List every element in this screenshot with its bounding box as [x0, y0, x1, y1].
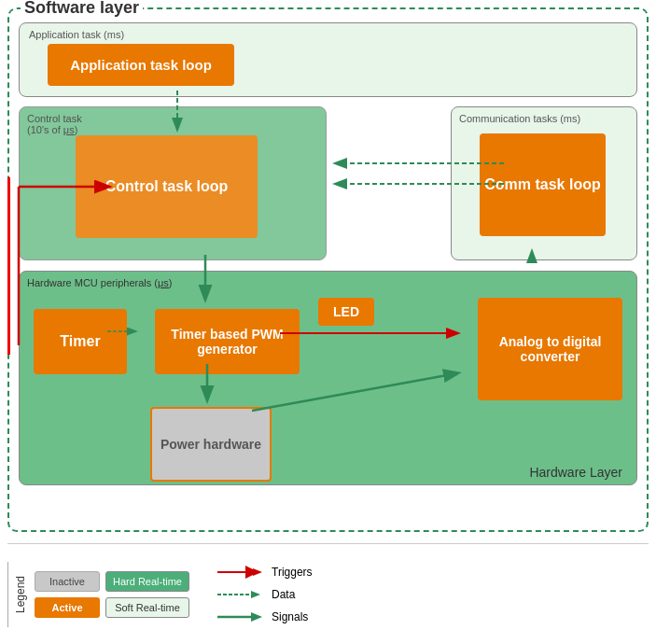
legend-active-box: Active: [35, 597, 100, 618]
control-task-sublabel: (10's of μs): [27, 124, 77, 135]
control-comm-area: Control task(10's of μs) Control task lo…: [19, 106, 637, 260]
triggers-arrow-icon: [217, 565, 264, 580]
legend-title: Legend: [7, 562, 27, 627]
control-task-label: Control task(10's of μs): [27, 113, 82, 135]
data-arrow-icon: [217, 587, 264, 602]
control-task-box: Control task(10's of μs) Control task lo…: [19, 106, 327, 260]
legend-signals-row: Signals: [217, 609, 313, 624]
red-border-left: [7, 177, 10, 355]
legend-row-inactive: Inactive Hard Real-time: [35, 571, 189, 592]
software-layer-title: Software layer: [21, 0, 143, 18]
legend-hard-realtime-box: Hard Real-time: [105, 571, 189, 592]
legend-data-row: Data: [217, 587, 313, 602]
data-label: Data: [272, 588, 295, 601]
main-container: Software layer Application task (ms) App…: [0, 0, 656, 644]
hardware-mcu-box: Hardware MCU peripherals (μs) Timer Time…: [19, 271, 637, 485]
control-task-block: Control task loop: [76, 135, 258, 238]
hardware-layer-label: Hardware Layer: [529, 465, 622, 480]
app-task-box: Application task (ms) Application task l…: [19, 22, 637, 97]
triggers-label: Triggers: [272, 566, 313, 579]
legend-area: Legend Inactive Hard Real-time Active So…: [7, 543, 649, 637]
hardware-mcu-label: Hardware MCU peripherals (μs): [27, 277, 173, 288]
comm-task-block: Comm task loop: [480, 133, 606, 236]
comm-task-label: Communication tasks (ms): [459, 113, 580, 124]
legend-soft-realtime-box: Soft Real-time: [105, 597, 189, 618]
comm-task-box: Communication tasks (ms) Comm task loop: [451, 106, 637, 260]
legend-triggers-row: Triggers: [217, 565, 313, 580]
legend-inactive-box: Inactive: [35, 571, 100, 592]
legend-items: Inactive Hard Real-time Active Soft Real…: [35, 571, 189, 618]
signals-arrow-icon: [217, 609, 264, 624]
adc-block: Analog to digital converter: [478, 298, 622, 400]
power-hardware-box: Power hardware: [150, 407, 272, 482]
timer-block: Timer: [34, 309, 127, 374]
app-task-label: Application task (ms): [29, 29, 124, 40]
legend-arrows: Triggers Data Signals: [217, 565, 313, 624]
legend-row-active: Active Soft Real-time: [35, 597, 189, 618]
app-task-block: Application task loop: [48, 44, 234, 86]
led-block: LED: [318, 298, 374, 326]
pwm-block: Timer based PWM generator: [155, 309, 300, 374]
signals-label: Signals: [272, 610, 308, 623]
software-layer-box: Software layer Application task (ms) App…: [7, 7, 649, 532]
